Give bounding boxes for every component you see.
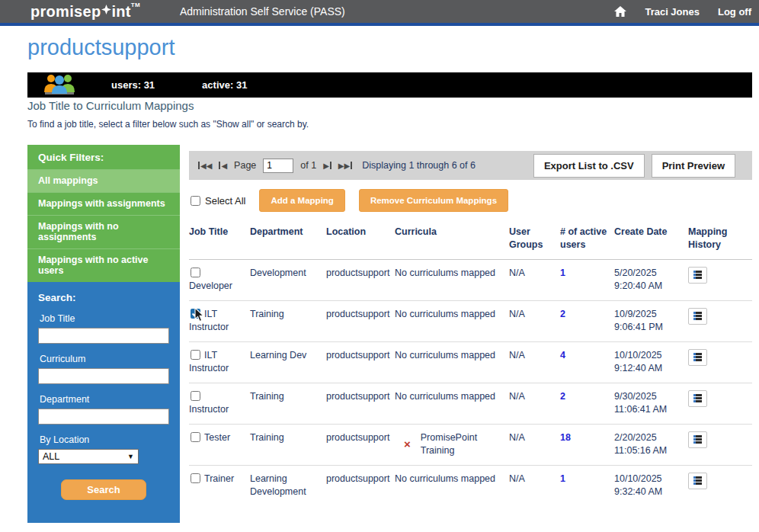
chevron-down-icon: ▼ <box>127 453 134 460</box>
logo-text-right: int <box>111 4 130 19</box>
job-title-label: Job Title <box>40 313 169 324</box>
job-title-cell: Developer <box>189 280 232 291</box>
active-count: active: 31 <box>202 79 247 91</box>
select-all-checkbox[interactable] <box>191 196 200 206</box>
current-user-link[interactable]: Traci Jones <box>645 6 700 18</box>
department-cell: Training <box>250 300 326 341</box>
mapping-history-button[interactable] <box>688 349 707 366</box>
col-active-users: # of active users <box>560 223 614 259</box>
mappings-table: Job Title Department Location Curricula … <box>189 223 752 506</box>
active-users-link[interactable]: 2 <box>560 309 565 319</box>
active-users-link[interactable]: 1 <box>560 268 565 278</box>
export-csv-button[interactable]: Export List to .CSV <box>533 154 645 178</box>
main-content: ◀◀ ◀ Page of 1 ▶ ▶▶ Displaying 1 through… <box>189 151 752 506</box>
department-cell: Learning Dev <box>250 341 326 383</box>
history-list-icon <box>693 476 702 485</box>
table-row: Trainer Learning Development productsupp… <box>189 465 752 506</box>
row-checkbox[interactable] <box>191 268 200 277</box>
history-list-icon <box>693 271 702 279</box>
page-number-input[interactable] <box>263 159 293 173</box>
create-date-cell: 5/20/20259:20:40 AM <box>614 259 688 300</box>
col-create-date: Create Date <box>614 223 688 259</box>
col-department: Department <box>250 223 326 259</box>
history-list-icon <box>693 353 702 361</box>
filter-all-mappings[interactable]: All mappings <box>27 169 180 192</box>
quick-filters-title: Quick Filters: <box>27 145 180 169</box>
user-groups-cell: N/A <box>509 424 560 465</box>
row-checkbox[interactable] <box>191 391 200 401</box>
page-title: productsupport <box>27 35 175 60</box>
table-row: Instructor Training productsupport No cu… <box>189 383 752 424</box>
user-groups-cell: N/A <box>509 259 560 300</box>
col-user-groups: User Groups <box>509 223 560 259</box>
filter-mappings-with-assignments[interactable]: Mappings with assignments <box>27 192 180 215</box>
curriculum-label: Curriculum <box>40 354 169 364</box>
department-cell: Development <box>250 259 326 300</box>
location-cell: productsupport <box>326 259 395 300</box>
remove-curriculum-icon[interactable]: × <box>404 438 411 450</box>
location-cell: productsupport <box>326 465 395 506</box>
location-select[interactable]: ALL ▼ <box>38 449 139 464</box>
job-title-input[interactable] <box>38 328 169 344</box>
job-title-cell: Tester <box>204 432 230 443</box>
remove-mappings-button[interactable]: Remove Curriculum Mappings <box>359 189 508 212</box>
logoff-link[interactable]: Log off <box>718 6 751 18</box>
table-row: Developer Development productsupport No … <box>189 259 752 300</box>
user-groups-cell: N/A <box>509 341 560 383</box>
active-users-link[interactable]: 1 <box>560 473 565 484</box>
user-groups-cell: N/A <box>509 300 560 341</box>
curricula-cell: No curriculums mapped <box>395 300 509 341</box>
active-users-link[interactable]: 18 <box>560 432 571 443</box>
create-date-cell: 10/10/20259:12:40 AM <box>614 341 688 383</box>
active-users-link[interactable]: 4 <box>560 350 565 361</box>
row-checkbox[interactable] <box>191 350 200 360</box>
filter-mappings-no-active-users[interactable]: Mappings with no active users <box>27 248 180 282</box>
users-count: users: 31 <box>111 79 155 91</box>
top-header: promisep int TM Administration Self Serv… <box>0 0 759 23</box>
next-page-icon[interactable]: ▶ <box>323 162 331 170</box>
page-label: Page <box>234 160 256 171</box>
table-header-row: Job Title Department Location Curricula … <box>189 223 752 259</box>
mapping-history-button[interactable] <box>688 390 707 407</box>
create-date-cell: 9/30/202511:06:41 AM <box>614 383 688 424</box>
actions-row: Select All Add a Mapping Remove Curricul… <box>189 189 752 212</box>
location-selected-value: ALL <box>43 451 59 462</box>
filter-mappings-no-assignments[interactable]: Mappings with no assignments <box>27 215 180 248</box>
previous-page-icon[interactable]: ◀ <box>219 162 227 170</box>
table-row: ILT Instructor Training productsupport N… <box>189 300 752 341</box>
location-cell: productsupport <box>326 383 395 424</box>
col-location: Location <box>326 223 395 259</box>
sidebar: Quick Filters: All mappings Mappings wit… <box>27 145 180 523</box>
curriculum-name: PromisePoint Training <box>421 431 503 457</box>
search-button[interactable]: Search <box>61 479 146 500</box>
location-cell: productsupport <box>326 341 395 383</box>
table-row: Tester Training productsupport × Promise… <box>189 424 752 465</box>
curriculum-input[interactable] <box>38 368 169 384</box>
add-mapping-button[interactable]: Add a Mapping <box>259 189 344 212</box>
row-checkbox[interactable] <box>191 309 200 319</box>
home-icon[interactable] <box>614 6 626 17</box>
mapping-history-button[interactable] <box>688 473 707 489</box>
col-mapping-history: Mapping History <box>688 223 752 259</box>
page-of-label: of 1 <box>300 160 316 171</box>
search-panel: Search: Job Title Curriculum Department … <box>27 282 180 523</box>
print-preview-button[interactable]: Print Preview <box>652 154 735 178</box>
mapping-history-button[interactable] <box>688 308 707 325</box>
history-list-icon <box>693 435 702 444</box>
mapping-history-button[interactable] <box>688 431 707 448</box>
create-date-cell: 10/10/20259:32:40 AM <box>614 465 688 506</box>
mapping-history-button[interactable] <box>688 267 707 284</box>
first-page-icon[interactable]: ◀◀ <box>198 162 212 170</box>
department-label: Department <box>40 394 169 405</box>
row-checkbox[interactable] <box>191 473 200 483</box>
curricula-cell: No curriculums mapped <box>395 259 509 300</box>
header-accent-line <box>0 23 759 26</box>
row-checkbox[interactable] <box>191 432 200 442</box>
department-input[interactable] <box>38 409 169 425</box>
quick-filters-panel: Quick Filters: All mappings Mappings wit… <box>27 145 180 282</box>
active-users-link[interactable]: 2 <box>560 391 565 402</box>
create-date-cell: 10/9/20259:06:41 PM <box>614 300 688 341</box>
curricula-cell: No curriculums mapped <box>395 341 509 383</box>
last-page-icon[interactable]: ▶▶ <box>338 162 352 170</box>
by-location-label: By Location <box>40 434 169 445</box>
